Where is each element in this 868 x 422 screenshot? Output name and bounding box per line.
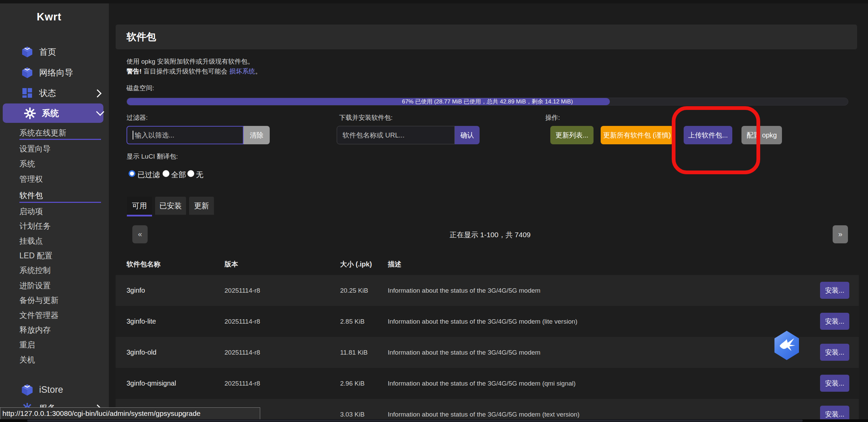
download-label: 下载并安装软件包: xyxy=(339,113,393,122)
filter-input[interactable]: 输入以筛选... xyxy=(127,126,244,144)
sidebar-subitem[interactable]: 系统控制 xyxy=(19,265,51,275)
cube-icon xyxy=(20,45,34,59)
column-header-version: 版本 xyxy=(224,260,238,269)
package-name: 3ginfo-lite xyxy=(127,306,156,337)
package-description: Information about the status of the 3G/4… xyxy=(388,275,540,306)
tab-available[interactable]: 可用 xyxy=(127,197,152,216)
sidebar-item-home[interactable]: 首页 xyxy=(0,44,109,60)
download-placeholder: 软件包名称或 URL... xyxy=(343,131,404,140)
warning-text: 警告! 盲目操作或升级软件包可能会 损坏系统。 xyxy=(127,67,262,76)
cube-icon xyxy=(20,66,34,79)
sidebar-subitem[interactable]: 进阶设置 xyxy=(19,280,51,291)
horizontal-scrollbar[interactable] xyxy=(0,419,868,422)
column-header-size: 大小 (.ipk) xyxy=(340,260,372,269)
upgrade-all-button[interactable]: 更新所有软件包 (谨慎) xyxy=(601,126,673,144)
sidebar-item-label: 网络向导 xyxy=(39,67,73,78)
cube-icon xyxy=(20,383,34,396)
table-row: 3ginfo 20251114-r8 20.25 KiB Information… xyxy=(116,275,859,306)
sidebar-subitem[interactable]: 挂载点 xyxy=(19,236,43,246)
top-edge-strip xyxy=(0,0,868,3)
install-button[interactable]: 安装... xyxy=(820,313,849,330)
table-row: 3ginfo-old 20251114-r8 11.81 KiB Informa… xyxy=(116,337,859,368)
luci-translation-label: 显示 LuCI 翻译包: xyxy=(127,152,178,161)
disk-space-label: 磁盘空间: xyxy=(127,84,154,93)
column-header-name: 软件包名称 xyxy=(127,260,161,269)
package-version: 20251114-r8 xyxy=(224,275,260,306)
page-title: 软件包 xyxy=(127,30,156,44)
chevron-down-icon xyxy=(96,108,104,116)
package-name: 3ginfo-qmisignal xyxy=(127,368,176,399)
sidebar-subitem[interactable]: 管理权 xyxy=(19,174,43,184)
package-description: Information about the status of the 3G/4… xyxy=(388,306,578,337)
package-description: Information about the status of the 3G/4… xyxy=(388,337,540,368)
package-size: 11.81 KiB xyxy=(340,337,368,368)
sidebar: Kwrt 首页 网络向导 状态 系统 系统在线更新 设置向导 系统 管理权 软件… xyxy=(0,0,109,422)
sidebar-subitem[interactable]: 系统 xyxy=(19,159,35,169)
tab-updates[interactable]: 更新 xyxy=(189,197,214,215)
ok-button[interactable]: 确认 xyxy=(455,126,480,144)
scrollbar-thumb[interactable] xyxy=(27,420,803,422)
clear-button[interactable]: 清除 xyxy=(244,126,270,144)
statusbar-url-tooltip: http://127.0.0.1:30080/cgi-bin/luci/admi… xyxy=(0,407,260,420)
package-name: 3ginfo xyxy=(127,275,145,306)
sidebar-subitem[interactable]: 文件管理器 xyxy=(19,310,59,320)
radio-none-label[interactable]: 无 xyxy=(196,170,203,180)
sidebar-item-label: iStore xyxy=(39,385,63,395)
damage-system-link[interactable]: 损坏系统 xyxy=(229,68,255,75)
sidebar-subitem-active[interactable]: 软件包 xyxy=(19,190,43,200)
install-button[interactable]: 安装... xyxy=(820,282,849,299)
install-button[interactable]: 安装... xyxy=(820,375,849,392)
sidebar-subitem[interactable]: 计划任务 xyxy=(19,221,51,231)
package-name: 3ginfo-old xyxy=(127,337,156,368)
tab-installed[interactable]: 已安装 xyxy=(155,197,186,215)
table-row: 3ginfo-qmisignal 20251114-r8 2.96 KiB In… xyxy=(116,368,859,399)
sidebar-item-network-wizard[interactable]: 网络向导 xyxy=(0,64,109,81)
brand-logo: Kwrt xyxy=(37,11,62,23)
column-header-description: 描述 xyxy=(388,260,401,269)
table-row: 3ginfo-lite 20251114-r8 2.85 KiB Informa… xyxy=(116,306,859,337)
package-size: 3.03 KiB xyxy=(340,399,365,422)
package-description: Information about the status of the 3G/4… xyxy=(388,399,580,422)
disk-usage-text: 67% 已使用 (28.77 MiB 已使用，总共 42.89 MiB，剩余 1… xyxy=(127,98,848,106)
radio-all-label[interactable]: 全部 xyxy=(171,170,186,180)
sidebar-item-label: 首页 xyxy=(39,46,56,58)
update-lists-button[interactable]: 更新列表... xyxy=(550,126,594,144)
sidebar-subitem[interactable]: 关机 xyxy=(19,355,35,365)
sidebar-subitem[interactable]: LED 配置 xyxy=(19,250,52,261)
install-button[interactable]: 安装... xyxy=(820,344,849,361)
radio-filtered-label[interactable]: 已过滤 xyxy=(137,170,160,180)
sidebar-subitem[interactable]: 释放内存 xyxy=(19,325,51,335)
pagination-prev-button[interactable]: « xyxy=(132,225,148,243)
warning-bold: 警告! xyxy=(127,68,141,75)
radio-none[interactable] xyxy=(187,170,194,177)
sidebar-item-label: 状态 xyxy=(39,87,56,99)
warning-end: 。 xyxy=(255,68,262,75)
page-header: 软件包 xyxy=(116,25,857,49)
download-input[interactable]: 软件包名称或 URL... xyxy=(337,126,455,144)
sidebar-subitem[interactable]: 设置向导 xyxy=(19,144,51,154)
pagination-status: 正在显示 1-100，共 7409 xyxy=(354,230,626,240)
sidebar-subitem[interactable]: 重启 xyxy=(19,340,35,350)
annotation-red-circle xyxy=(672,106,760,174)
sidebar-item-status[interactable]: 状态 xyxy=(0,85,109,101)
sidebar-item-system[interactable]: 系统 xyxy=(3,103,103,123)
radio-filtered[interactable] xyxy=(129,170,135,177)
pagination-next-button[interactable]: » xyxy=(833,225,848,243)
sidebar-subitem[interactable]: 启动项 xyxy=(19,206,43,216)
intro-text: 使用 opkg 安装附加软件或升级现有软件包。 xyxy=(127,57,254,66)
sidebar-subitem[interactable]: 备份与更新 xyxy=(19,295,59,305)
dashboard-grid-icon xyxy=(20,86,34,100)
disk-progress-bar: 67% 已使用 (28.77 MiB 已使用，总共 42.89 MiB，剩余 1… xyxy=(127,98,848,106)
package-size: 2.96 KiB xyxy=(340,368,365,399)
filter-label: 过滤器: xyxy=(127,113,148,122)
sidebar-subitem[interactable]: 系统在线更新 xyxy=(19,128,66,138)
chevron-right-icon xyxy=(93,89,101,97)
text-caret xyxy=(133,131,133,140)
subitem-underline-active xyxy=(19,202,101,203)
subitem-underline xyxy=(19,139,101,140)
package-version: 20251114-r8 xyxy=(224,368,260,399)
radio-all[interactable] xyxy=(163,170,169,177)
filter-placeholder: 输入以筛选... xyxy=(135,131,174,140)
sidebar-item-istore[interactable]: iStore xyxy=(0,382,109,398)
package-version: 20251114-r8 xyxy=(224,306,260,337)
